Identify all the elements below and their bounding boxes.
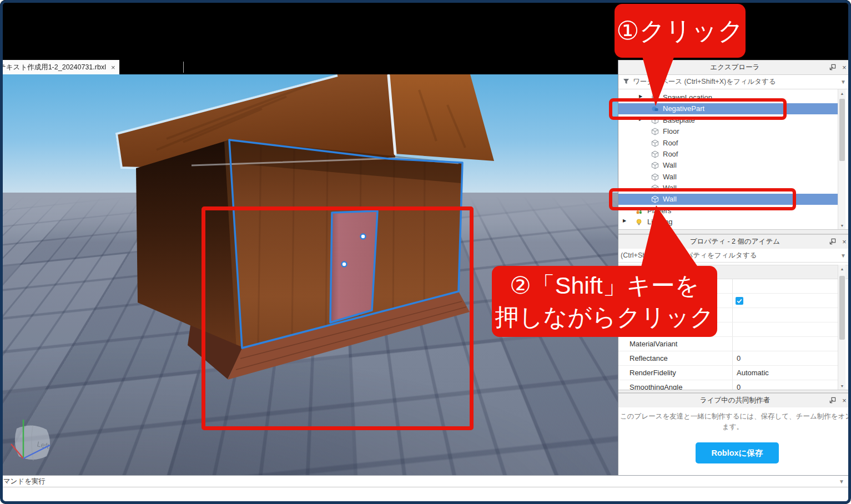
- collab-message-line1: このプレースを友達と一緒に制作するには、保存して、チーム制作をオンにし: [620, 412, 851, 421]
- pop-out-icon[interactable]: [828, 397, 836, 405]
- tree-item-floor[interactable]: Floor: [618, 126, 838, 137]
- chevron-down-icon[interactable]: ▼: [840, 253, 846, 259]
- annotation-rect-negativepart: [609, 98, 787, 120]
- close-icon[interactable]: ×: [840, 238, 848, 246]
- scroll-down-icon[interactable]: ▼: [838, 382, 846, 390]
- tree-item-wall[interactable]: Wall: [618, 160, 838, 171]
- lighting-icon: [635, 218, 643, 226]
- document-tab[interactable]: テキスト作成用1-2_20240731.rbxl ×: [3, 60, 119, 74]
- explorer-filter-input[interactable]: ワークスペース (Ctrl+Shift+X)をフィルタする ▼: [618, 75, 851, 89]
- scrollbar-thumb[interactable]: [839, 276, 845, 340]
- bottom-strip: [0, 487, 851, 501]
- part-icon: [651, 150, 659, 158]
- tab-separator: [183, 62, 184, 73]
- properties-title: プロパティ - 2 個のアイテム: [690, 237, 780, 246]
- callout-step2: ②「Shift」キーを 押しながらクリック: [492, 266, 717, 337]
- properties-header: プロパティ - 2 個のアイテム ×: [618, 234, 851, 249]
- tree-scrollbar[interactable]: ▲ ▼: [838, 89, 845, 229]
- checked-checkbox[interactable]: [736, 297, 743, 305]
- collab-message-line2: ます。: [618, 422, 847, 432]
- chevron-down-icon[interactable]: ▼: [839, 478, 844, 485]
- callout-step2-line2: 押しながらクリック: [492, 301, 717, 333]
- part-icon: [651, 162, 659, 169]
- part-icon: [651, 139, 659, 147]
- scroll-down-icon[interactable]: ▼: [838, 221, 846, 229]
- tree-item-roof[interactable]: Roof: [618, 138, 838, 149]
- properties-filter-placeholder: (Ctrl+Shift+P) のプロパティをフィルタする: [621, 251, 757, 260]
- document-tab-title: テキスト作成用1-2_20240731.rbxl: [3, 63, 106, 72]
- explorer-title: エクスプローラ: [710, 63, 759, 72]
- properties-filter-input[interactable]: (Ctrl+Shift+P) のプロパティをフィルタする ▼: [618, 249, 851, 263]
- tab-close-icon[interactable]: ×: [111, 63, 115, 72]
- view-cube[interactable]: Left: [2, 410, 64, 472]
- tree-item-wall[interactable]: Wall: [618, 172, 838, 183]
- expand-arrow-icon[interactable]: ▶: [623, 218, 626, 223]
- chevron-down-icon[interactable]: ▼: [840, 79, 846, 85]
- scrollbar-thumb[interactable]: [839, 99, 845, 161]
- property-row-reflectance[interactable]: Reflectance 0: [618, 351, 844, 366]
- filter-funnel-icon[interactable]: [623, 78, 630, 86]
- tree-item-roof[interactable]: Roof: [618, 149, 838, 160]
- close-icon[interactable]: ×: [840, 397, 848, 405]
- panel-separator[interactable]: [618, 229, 851, 234]
- pop-out-icon[interactable]: [828, 64, 836, 72]
- command-bar-input[interactable]: コマンドを実行 ▼: [0, 475, 851, 487]
- collaborators-body: このプレースを友達と一緒に制作するには、保存して、チーム制作をオンにし ます。 …: [618, 407, 851, 476]
- command-bar-placeholder: コマンドを実行: [0, 477, 46, 486]
- roblox-studio-window: Left テキスト作成用1-2_20240731.rbxl × エクスプローラ: [0, 0, 851, 504]
- collaborators-title: ライブ中の共同制作者: [700, 396, 770, 405]
- callout-step2-line1: ②「Shift」キーを: [492, 270, 717, 301]
- property-row-materialvariant[interactable]: MaterialVariant: [618, 337, 844, 351]
- scroll-up-icon[interactable]: ▲: [838, 265, 846, 273]
- part-icon: [651, 173, 659, 181]
- tree-item-lighting[interactable]: ▶ Lighting: [618, 216, 838, 228]
- explorer-header: エクスプローラ ×: [618, 60, 851, 75]
- annotation-rect-wall: [202, 206, 474, 430]
- part-icon: [651, 128, 659, 135]
- callout-step1: ①クリック: [615, 4, 746, 58]
- scroll-up-icon[interactable]: ▲: [838, 89, 846, 97]
- annotation-rect-wall-row: [609, 188, 796, 210]
- property-row-smoothingangle[interactable]: SmoothingAngle 0: [618, 380, 844, 390]
- close-icon[interactable]: ×: [840, 64, 848, 72]
- property-row-renderfidelity[interactable]: RenderFidelity Automatic: [618, 366, 844, 380]
- explorer-filter-placeholder: ワークスペース (Ctrl+Shift+X)をフィルタする: [633, 77, 776, 87]
- collaborators-header: ライブ中の共同制作者 ×: [618, 393, 851, 408]
- properties-scrollbar[interactable]: ▲ ▼: [838, 265, 845, 390]
- pop-out-icon[interactable]: [828, 238, 836, 246]
- save-to-roblox-button[interactable]: Robloxに保存: [696, 442, 779, 463]
